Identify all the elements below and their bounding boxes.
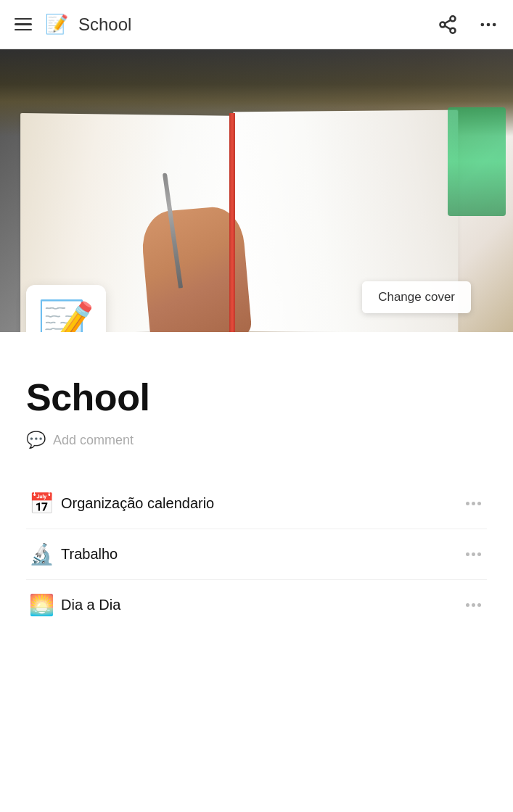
app-title: School [78,14,131,35]
page-title: School [26,376,487,419]
green-background-items [448,107,506,216]
cover-area: Change cover 📝 [0,49,513,332]
svg-line-4 [445,20,451,23]
add-comment-row[interactable]: 💬 Add comment [26,431,487,450]
dot [477,502,481,505]
item-more-button-3[interactable] [460,600,487,610]
dot [466,502,469,505]
change-cover-button[interactable]: Change cover [362,281,471,313]
svg-point-6 [487,22,491,26]
list-item[interactable]: 🔬 Trabalho [26,529,487,580]
item-more-button-2[interactable] [460,550,487,559]
item-icon-microscope: 🔬 [26,542,57,566]
more-options-icon [478,14,498,35]
add-comment-text: Add comment [53,433,134,448]
top-bar-right [435,12,501,38]
hamburger-icon [15,18,32,31]
share-icon [438,14,458,35]
item-icon-calendar: 📅 [26,492,57,515]
item-icon-sunrise: 🌅 [26,593,57,617]
item-label-2: Trabalho [57,546,460,563]
svg-line-3 [445,25,451,29]
content-area: School 💬 Add comment 📅 Organização calen… [0,332,513,656]
dot [466,552,469,556]
svg-point-7 [493,22,496,26]
comment-icon: 💬 [26,431,46,450]
notebook-float-icon: 📝 [26,285,106,332]
more-options-button[interactable] [475,12,501,38]
item-label-1: Organização calendario [57,495,460,512]
top-bar: 📝 School [0,0,513,49]
share-button[interactable] [435,12,461,38]
dot [466,603,469,607]
item-more-button-1[interactable] [460,499,487,508]
item-label-3: Dia a Dia [57,597,460,613]
app-icon: 📝 [45,13,68,36]
hamburger-menu-button[interactable] [12,15,35,34]
hand-area [131,173,276,332]
hand-shape [139,204,252,332]
dot [472,603,475,607]
dot [477,552,481,556]
svg-point-5 [481,22,485,26]
list-item[interactable]: 📅 Organização calendario [26,478,487,529]
list-item[interactable]: 🌅 Dia a Dia [26,580,487,630]
dot [477,603,481,607]
dot [472,502,475,505]
top-bar-left: 📝 School [12,13,131,36]
notebook-spine [229,113,235,332]
notebook-list: 📅 Organização calendario 🔬 Trabalho 🌅 Di… [26,478,487,630]
dot [472,552,475,556]
